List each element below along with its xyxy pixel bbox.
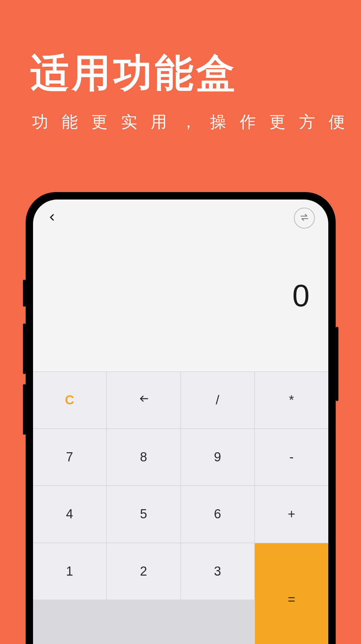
phone-volume-down [23,384,26,435]
key-8[interactable]: 8 [107,429,180,485]
hero-title: 适用功能盒 [0,0,361,99]
key-5[interactable]: 5 [107,486,180,542]
key-equals[interactable]: = [255,543,328,644]
app-top-bar [33,203,328,233]
key-9[interactable]: 9 [181,429,254,485]
key-4[interactable]: 4 [33,486,107,542]
key-clear[interactable]: C [33,372,107,428]
display-value: 0 [292,278,309,313]
phone-volume-up [23,324,26,374]
key-backspace[interactable] [107,372,180,428]
back-button[interactable] [47,212,57,224]
chevron-left-icon [47,218,57,224]
phone-frame: 0 C / * 7 8 9 - 4 5 6 + 1 [26,192,336,644]
key-1[interactable]: 1 [33,543,107,600]
key-plus[interactable]: + [255,486,328,542]
swap-button[interactable] [294,208,315,228]
calculator-display: 0 [33,233,328,371]
phone-screen: 0 C / * 7 8 9 - 4 5 6 + 1 [33,200,328,644]
key-2[interactable]: 2 [107,543,180,600]
phone-mockup: 0 C / * 7 8 9 - 4 5 6 + 1 [26,192,336,644]
key-minus[interactable]: - [255,429,328,485]
key-multiply[interactable]: * [255,372,328,428]
key-divide[interactable]: / [181,372,254,428]
calculator-keypad: C / * 7 8 9 - 4 5 6 + 1 2 3 = [33,371,328,644]
hero-subtitle: 功能更实用，操作更方便 [0,99,361,133]
arrow-left-icon [138,393,150,408]
key-6[interactable]: 6 [181,486,254,542]
phone-side-button [23,280,26,307]
swap-icon [299,212,309,224]
phone-power-button [336,327,338,401]
key-7[interactable]: 7 [33,429,107,485]
key-3[interactable]: 3 [181,543,254,600]
